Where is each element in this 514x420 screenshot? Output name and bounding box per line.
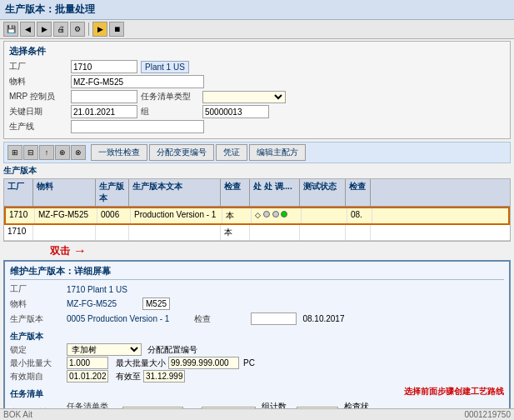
production-input[interactable]: [71, 120, 204, 133]
detail-plant-row: 工厂 1710 Plant 1 US: [10, 283, 133, 295]
col-header-state: 测试状态: [300, 179, 346, 206]
plant-row: 工厂 Plant 1 US: [9, 60, 286, 73]
table-header: 工厂 物料 生产版本 生产版本文本 检查 处 处 调.... 测试状态 检查: [4, 179, 510, 207]
save-icon[interactable]: 💾: [3, 22, 18, 37]
plant-desc: Plant 1 US: [141, 61, 189, 73]
mrp-input[interactable]: [71, 90, 137, 103]
minqty-row: 最小批量大 最大批量大小 PC: [10, 357, 504, 369]
detail-check-input[interactable]: [251, 312, 297, 325]
toolbar: 💾 ◀ ▶ 🖨 ⚙ ▶ ⏹: [0, 20, 514, 39]
col-header-matnr: 物料: [33, 179, 96, 206]
detail-left-col: 生产版本 锁定 李加树 分配配置编号 最小批量大 最大批量大小 PC 有效期自 …: [10, 328, 504, 383]
lock-select[interactable]: 李加树: [67, 343, 142, 356]
cell-check-1: 本: [222, 208, 252, 223]
date-input[interactable]: [71, 105, 137, 118]
lock-row: 锁定 李加树 分配配置编号: [10, 343, 504, 356]
page-title: 生产版本：批量处理: [5, 3, 95, 15]
cell-verid-1: 0006: [97, 208, 131, 223]
cell-status-1: ◇: [252, 208, 302, 223]
distribute-change-button[interactable]: 分配变更编号: [149, 144, 214, 161]
cell-status-2: [250, 225, 300, 240]
post-button[interactable]: 凭证: [216, 144, 247, 161]
order-type-select[interactable]: [202, 91, 286, 103]
selection-title: 选择条件: [9, 45, 505, 58]
bottom-version: 0001219750: [464, 410, 511, 419]
dist-label: 分配配置编号: [147, 344, 197, 356]
bom-section-label: 生产版本: [10, 331, 504, 342]
action-icon-5[interactable]: ⊗: [71, 145, 86, 160]
detail-ver-label: 生产版本: [10, 313, 64, 325]
col-header-verid: 生产版本: [96, 179, 129, 206]
forward-icon[interactable]: ▶: [37, 22, 52, 37]
cell-num-2: [346, 225, 371, 240]
cell-num-1: 08.: [347, 208, 372, 223]
title-bar: 生产版本：批量处理: [0, 0, 514, 20]
detail-columns: 生产版本 锁定 李加树 分配配置编号 最小批量大 最大批量大小 PC 有效期自 …: [10, 328, 504, 383]
lock-label: 锁定: [10, 344, 64, 356]
col-header-status: 处 处 调....: [250, 179, 300, 206]
bottom-text: BOK Ait: [3, 410, 32, 419]
action-icon-1[interactable]: ⊞: [7, 145, 22, 160]
print-icon[interactable]: 🖨: [53, 22, 68, 37]
table-label: 生产版本: [3, 165, 511, 177]
detail-mat-label: 物料: [10, 298, 64, 310]
cell-text-2: [129, 225, 221, 240]
max-qty-unit: PC: [243, 358, 255, 368]
routing-annotation-container: 选择前面步骤创建工艺路线: [404, 386, 504, 398]
action-icon-2[interactable]: ⊟: [23, 145, 38, 160]
table: 工厂 物料 生产版本 生产版本文本 检查 处 处 调.... 测试状态 检查 1…: [3, 178, 511, 242]
detail-check-label: 检查: [194, 313, 248, 325]
execute-icon[interactable]: ▶: [92, 22, 107, 37]
detail-mat-value: MZ-FG-M525: [67, 299, 133, 308]
icon-group: ⊞ ⊟ ↑ ⊕ ⊗: [7, 145, 86, 160]
valid-to-input[interactable]: [143, 370, 185, 382]
action-bar: ⊞ ⊟ ↑ ⊕ ⊗ 一致性检查 分配变更编号 凭证 编辑主配方: [3, 142, 511, 163]
production-label: 生产线: [9, 121, 67, 132]
mrp-row: MRP 控制员 任务清单类型: [9, 90, 286, 103]
task-section-label: 任务清单: [10, 388, 396, 400]
date-label: 关键日期: [9, 106, 67, 118]
max-qty-label: 最大批量大小: [116, 358, 166, 369]
group-label: 组: [141, 106, 199, 118]
selection-section: 选择条件 工厂 Plant 1 US 物料 MRP 控制员 任务清单类型 关键日…: [3, 41, 511, 139]
action-icon-3[interactable]: ↑: [39, 145, 54, 160]
cell-check-2: 本: [221, 225, 250, 240]
stop-icon[interactable]: ⏹: [109, 22, 124, 37]
plant-input[interactable]: [71, 60, 137, 73]
detail-version-row: 生产版本 0005 Production Version - 1 检查 08.1…: [10, 312, 504, 326]
group-input[interactable]: [202, 105, 269, 118]
mrp-label: MRP 控制员: [9, 91, 67, 102]
valid-to-label: 有效至: [116, 371, 141, 382]
table-row[interactable]: 1710 MZ-FG-M525 0006 Production Version …: [4, 207, 510, 225]
mass-change-button[interactable]: 编辑主配方: [249, 144, 306, 161]
doubleclick-annotation: 双击 →: [50, 243, 511, 258]
detail-panel: 维护生产版本：详细屏幕 工厂 1710 Plant 1 US 物料 MZ-FG-…: [3, 260, 511, 420]
doubleclick-label: 双击: [50, 244, 70, 258]
cell-werk-1: 1710: [6, 208, 35, 223]
detail-check-date: 08.10.2017: [302, 314, 344, 323]
bottom-bar: BOK Ait 0001219750: [0, 408, 514, 420]
max-qty-input[interactable]: [168, 357, 239, 369]
detail-mat-short: M525: [142, 298, 170, 310]
back-icon[interactable]: ◀: [20, 22, 35, 37]
cell-matnr-1: MZ-FG-M525: [35, 208, 97, 223]
detail-plant-label: 工厂: [10, 283, 64, 295]
col-header-num: 检查: [346, 179, 371, 206]
valid-from-input[interactable]: [67, 370, 108, 382]
detail-material-row: 物料 MZ-FG-M525 M525: [10, 298, 504, 311]
detail-header: 工厂 1710 Plant 1 US: [10, 283, 504, 296]
material-input[interactable]: [71, 75, 204, 88]
settings-icon[interactable]: ⚙: [70, 22, 85, 37]
order-type-label: 任务清单类型: [141, 91, 199, 102]
min-qty-label: 最小批量大: [10, 358, 64, 369]
col-header-check: 检查: [221, 179, 250, 206]
consistency-check-button[interactable]: 一致性检查: [91, 144, 147, 161]
min-qty-input[interactable]: [67, 357, 108, 369]
date-row: 关键日期 组: [9, 105, 286, 118]
table-row[interactable]: 1710 本: [4, 225, 510, 241]
cell-state-2: [300, 225, 346, 240]
detail-title: 维护生产版本：详细屏幕: [10, 265, 504, 280]
action-icon-4[interactable]: ⊕: [55, 145, 70, 160]
col-header-text: 生产版本文本: [129, 179, 221, 206]
cell-matnr-2: [33, 225, 96, 240]
